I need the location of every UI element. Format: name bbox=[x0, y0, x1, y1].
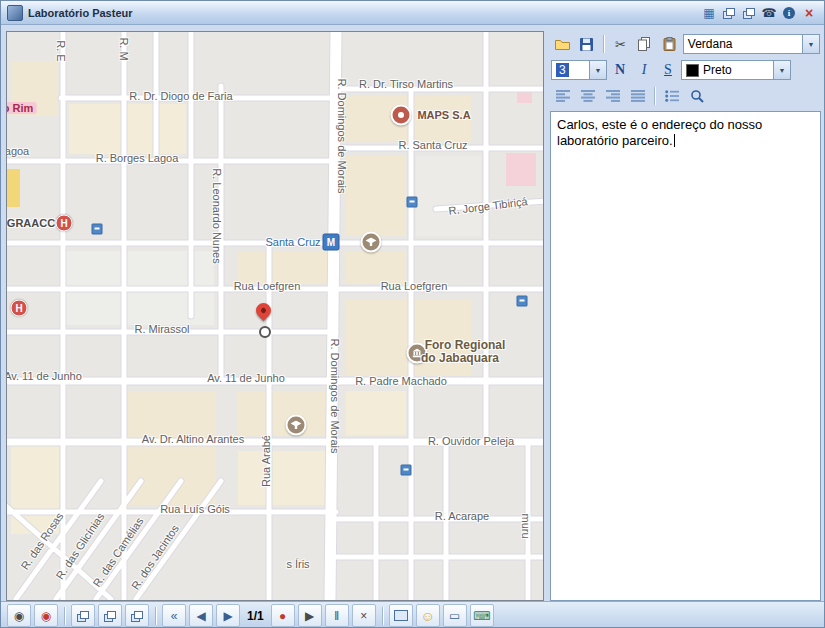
page-indicator: 1/1 bbox=[243, 609, 268, 623]
map-label: muru bbox=[520, 513, 532, 538]
map-label: R. Acarape bbox=[435, 510, 489, 522]
hospital-icon[interactable]: H bbox=[11, 300, 28, 317]
transit-stop-icon bbox=[92, 224, 103, 235]
pin-target-icon bbox=[259, 326, 271, 338]
info-icon[interactable]: i bbox=[780, 5, 798, 21]
map-label: GRAACC bbox=[7, 217, 55, 229]
map-label: R. Padre Machado bbox=[355, 375, 447, 387]
transit-stop-icon bbox=[407, 197, 418, 208]
chevron-down-icon[interactable]: ▼ bbox=[589, 61, 606, 79]
close-button[interactable]: × bbox=[800, 5, 818, 21]
bold-button[interactable]: N bbox=[609, 59, 631, 81]
app-window: Laboratório Pasteur ▦ ☎ i × bbox=[0, 0, 825, 628]
virtual-keyboard-button[interactable]: ⌨ bbox=[470, 604, 494, 627]
document-text-area[interactable]: Carlos, este é o endereço do nosso labor… bbox=[550, 111, 821, 601]
paste-button[interactable] bbox=[658, 33, 681, 56]
transit-stop-icon bbox=[401, 465, 412, 476]
toolbar-separator bbox=[155, 607, 156, 625]
nav-prev-button[interactable]: ◀ bbox=[189, 604, 213, 627]
bullet-list-button[interactable] bbox=[660, 85, 683, 108]
pause-button[interactable]: ‖ bbox=[325, 604, 349, 627]
cascade-windows-button[interactable] bbox=[71, 604, 95, 627]
statistics-icon[interactable]: ▦ bbox=[700, 5, 718, 21]
editor-toolbar-row-3 bbox=[550, 83, 821, 109]
editor-toolbar-row-1: ✂ Verdana ▼ bbox=[550, 31, 821, 57]
emoticon-button[interactable]: ☺ bbox=[416, 604, 440, 627]
map-label: R. Leonardo Nunes bbox=[211, 168, 223, 263]
color-value: Preto bbox=[699, 63, 773, 77]
map-label: Rua Luís Góis bbox=[160, 503, 230, 515]
align-right-button[interactable] bbox=[601, 85, 624, 108]
align-center-button[interactable] bbox=[576, 85, 599, 108]
app-icon bbox=[7, 5, 23, 21]
map-label: R. M bbox=[118, 37, 130, 60]
font-color-select[interactable]: Preto ▼ bbox=[681, 60, 791, 80]
map-label: Av. Dr. Altino Arantes bbox=[142, 433, 244, 445]
toolbar-separator bbox=[64, 607, 65, 625]
transit-stop-icon bbox=[517, 296, 528, 307]
chevron-down-icon[interactable]: ▼ bbox=[773, 61, 790, 79]
toolbar-separator bbox=[382, 607, 383, 625]
editor-toolbar-row-2: 3 ▼ N I S Preto ▼ bbox=[550, 57, 821, 83]
map-label: Av. 11 de Junho bbox=[6, 370, 82, 382]
windows-cascade-icon[interactable] bbox=[720, 5, 738, 21]
hospital-icon[interactable]: H bbox=[56, 215, 73, 232]
map-label: R. Dr. Diogo de Faria bbox=[129, 90, 232, 102]
font-family-select[interactable]: Verdana ▼ bbox=[683, 34, 820, 54]
snapshot-button[interactable]: ◉ bbox=[34, 604, 58, 627]
map-label: R. Domingos de Morais bbox=[336, 79, 348, 194]
map-layer: M H H R. Dr. Tirso MartinsR. Dr. bbox=[6, 31, 544, 601]
map-label: agoa bbox=[6, 145, 29, 157]
align-left-button[interactable] bbox=[551, 85, 574, 108]
map-label: s Íris bbox=[286, 558, 309, 570]
cut-button[interactable]: ✂ bbox=[609, 33, 632, 56]
nav-next-button[interactable]: ▶ bbox=[216, 604, 240, 627]
map-label: R. E bbox=[55, 40, 67, 61]
record-button[interactable]: ● bbox=[271, 604, 295, 627]
split-windows-button[interactable] bbox=[125, 604, 149, 627]
toolbar-separator bbox=[603, 35, 604, 53]
map-label: R. Mirassol bbox=[134, 323, 189, 335]
map-label: o Rim bbox=[6, 102, 36, 114]
map-label: MAPS S.A bbox=[417, 109, 470, 121]
session-camera-button[interactable]: ◉ bbox=[7, 604, 31, 627]
editor-panel: ✂ Verdana ▼ 3 ▼ N I S Preto ▼ bbox=[550, 31, 821, 601]
color-swatch bbox=[686, 64, 699, 77]
copy-button[interactable] bbox=[634, 33, 657, 56]
control-bar: ◉ ◉ « ◀ ▶ 1/1 ● ▶ ‖ × ☺ ▭ ⌨ bbox=[1, 601, 824, 628]
document-text: Carlos, este é o endereço do nosso labor… bbox=[557, 117, 762, 148]
italic-button[interactable]: I bbox=[633, 59, 655, 81]
metro-station-icon[interactable]: M bbox=[323, 234, 340, 251]
map-panel[interactable]: M H H R. Dr. Tirso MartinsR. Dr. bbox=[6, 31, 544, 601]
underline-button[interactable]: S bbox=[657, 59, 679, 81]
tile-windows-button[interactable] bbox=[98, 604, 122, 627]
map-label: Rua Arabé bbox=[260, 435, 272, 487]
font-family-value: Verdana bbox=[684, 37, 802, 51]
chevron-down-icon[interactable]: ▼ bbox=[802, 35, 819, 53]
font-size-select[interactable]: 3 ▼ bbox=[551, 60, 607, 80]
school-poi-icon[interactable] bbox=[286, 415, 307, 436]
stop-button[interactable]: × bbox=[352, 604, 376, 627]
map-label: R. Domingos de Morais bbox=[329, 339, 341, 454]
monitor-share-icon[interactable] bbox=[740, 5, 758, 21]
map-label: Rua Loefgren bbox=[381, 280, 448, 292]
zoom-button[interactable] bbox=[685, 85, 708, 108]
titlebar: Laboratório Pasteur ▦ ☎ i × bbox=[1, 1, 824, 25]
company-poi-icon[interactable] bbox=[391, 105, 412, 126]
map-label: Foro Regional bbox=[425, 338, 506, 352]
chat-button[interactable]: ▭ bbox=[443, 604, 467, 627]
phone-icon[interactable]: ☎ bbox=[760, 5, 778, 21]
map-label: Rua Loefgren bbox=[234, 280, 301, 292]
map-label: Santa Cruz bbox=[265, 236, 320, 248]
map-label: R. Santa Cruz bbox=[398, 139, 467, 151]
text-caret bbox=[674, 134, 675, 147]
nav-first-button[interactable]: « bbox=[162, 604, 186, 627]
save-button[interactable] bbox=[576, 33, 599, 56]
play-button[interactable]: ▶ bbox=[298, 604, 322, 627]
open-button[interactable] bbox=[551, 33, 574, 56]
screen-share-button[interactable] bbox=[389, 604, 413, 627]
map-label: Av. 11 de Junho bbox=[207, 372, 285, 384]
map-label: R. Borges Lagoa bbox=[96, 152, 179, 164]
school-poi-icon[interactable] bbox=[361, 232, 382, 253]
align-justify-button[interactable] bbox=[626, 85, 649, 108]
